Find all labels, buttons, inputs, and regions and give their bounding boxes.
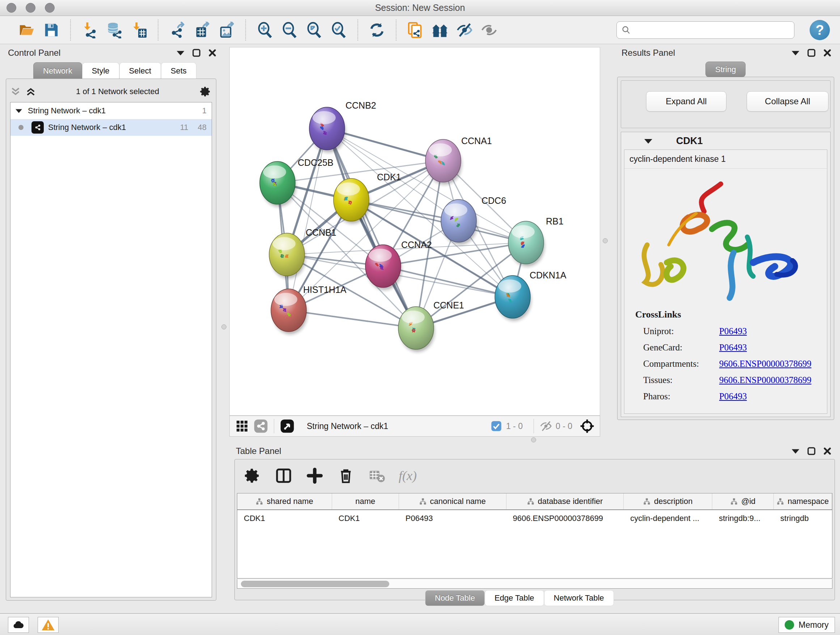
right-splitter-handle[interactable]	[603, 238, 608, 243]
column-header[interactable]: description	[624, 494, 712, 509]
network-row[interactable]: String Network – cdk1 11 48	[11, 119, 212, 136]
table-cell[interactable]: cyclin-dependent ...	[624, 510, 712, 527]
column-header[interactable]: namespace	[774, 494, 832, 509]
table-horizontal-scrollbar[interactable]	[237, 579, 832, 589]
crosslink-link[interactable]: P06493	[719, 342, 747, 353]
birdseye-icon[interactable]	[280, 419, 294, 433]
close-icon[interactable]	[823, 447, 831, 455]
tab-node-table[interactable]: Node Table	[425, 590, 485, 606]
zoom-selected-icon[interactable]	[328, 19, 349, 41]
column-header[interactable]: canonical name	[399, 494, 507, 509]
network-node[interactable]: CCNA2	[365, 240, 432, 290]
network-node[interactable]: RB1	[508, 216, 564, 266]
table-cell[interactable]: CDK1	[332, 510, 399, 527]
tab-select[interactable]: Select	[119, 62, 161, 79]
tab-network[interactable]: Network	[33, 62, 82, 79]
warning-icon[interactable]	[38, 617, 58, 633]
search-input[interactable]	[631, 25, 783, 35]
zoom-fit-icon[interactable]	[303, 19, 325, 41]
add-column-icon[interactable]	[305, 466, 324, 485]
table-cell[interactable]: stringdb	[774, 510, 832, 527]
hidden-eye-icon[interactable]	[540, 420, 552, 432]
open-folder-icon[interactable]	[16, 19, 37, 41]
close-icon[interactable]	[823, 49, 831, 57]
zoom-in-icon[interactable]	[254, 19, 275, 41]
grid-icon[interactable]	[235, 420, 248, 432]
network-node[interactable]: HIST1H1A	[271, 285, 347, 334]
network-canvas[interactable]: CCNB2CCNA1CDC25BCDK1CDC6RB1CCNB1CCNA2CDK…	[229, 47, 600, 416]
dropdown-icon[interactable]	[177, 50, 185, 55]
home-icon[interactable]	[429, 19, 450, 41]
column-header[interactable]: name	[332, 494, 399, 509]
tab-string[interactable]: String	[706, 62, 745, 77]
table-cell[interactable]: CDK1	[237, 510, 332, 527]
export-image-icon[interactable]	[216, 19, 237, 41]
close-icon[interactable]	[208, 49, 216, 57]
show-all-icon[interactable]	[478, 19, 500, 41]
network-node[interactable]: CCNA1	[425, 136, 492, 185]
horizontal-splitter-handle[interactable]	[531, 437, 536, 442]
network-node[interactable]: CDKN1A	[495, 270, 567, 321]
network-edge[interactable]	[351, 200, 526, 242]
column-header[interactable]: shared name	[237, 494, 332, 509]
collapse-all-button[interactable]: Collapse All	[747, 91, 829, 111]
network-edge[interactable]	[327, 128, 416, 328]
dropdown-icon[interactable]	[791, 448, 799, 454]
import-network-icon[interactable]	[79, 19, 100, 41]
column-header[interactable]: database identifier	[507, 494, 624, 509]
save-icon[interactable]	[41, 19, 62, 41]
crosslink-link[interactable]: 9606.ENSP00000378699	[719, 359, 812, 369]
help-icon[interactable]: ?	[810, 20, 830, 40]
close-window-button[interactable]	[6, 3, 16, 13]
dropdown-icon[interactable]	[791, 50, 799, 55]
scrollbar-thumb[interactable]	[241, 581, 389, 587]
import-table-icon[interactable]	[128, 19, 149, 41]
crosshair-icon[interactable]	[579, 418, 595, 434]
tab-network-table[interactable]: Network Table	[544, 590, 614, 606]
network-node[interactable]: CCNE1	[398, 300, 464, 352]
network-graph[interactable]: CCNB2CCNA1CDC25BCDK1CDC6RB1CCNB1CCNA2CDK…	[230, 48, 600, 415]
network-collection-row[interactable]: String Network – cdk1 1	[11, 103, 212, 119]
network-node[interactable]: CDC25B	[260, 157, 333, 207]
network-edge[interactable]	[289, 310, 416, 328]
expand-all-icon[interactable]	[26, 87, 35, 96]
tab-sets[interactable]: Sets	[161, 62, 196, 79]
selected-checkbox[interactable]	[491, 421, 502, 432]
memory-indicator[interactable]: Memory	[778, 617, 835, 633]
export-table-icon[interactable]	[191, 19, 212, 41]
crosslink-link[interactable]: P06493	[719, 391, 747, 402]
minimize-window-button[interactable]	[26, 3, 35, 13]
function-icon[interactable]: f(x)	[399, 468, 417, 483]
column-header[interactable]: @id	[712, 494, 774, 509]
hide-selected-icon[interactable]	[454, 19, 475, 41]
section-collapse-icon[interactable]	[644, 138, 652, 144]
table-cell[interactable]: stringdb:9...	[712, 510, 774, 527]
crosslink-link[interactable]: 9606.ENSP00000378699	[719, 375, 812, 385]
network-node[interactable]: CDC6	[441, 195, 506, 245]
table-row[interactable]: CDK1CDK1P064939606.ENSP00000378699cyclin…	[237, 510, 832, 527]
refresh-icon[interactable]	[366, 19, 387, 41]
expand-all-button[interactable]: Expand All	[646, 91, 726, 111]
table-cell[interactable]: 9606.ENSP00000378699	[507, 510, 624, 527]
network-node[interactable]: CCNB2	[309, 100, 376, 152]
float-icon[interactable]	[193, 49, 201, 57]
delete-icon[interactable]	[336, 466, 355, 485]
delete-table-icon[interactable]	[368, 466, 386, 485]
collapse-all-icon[interactable]	[11, 87, 20, 96]
table-cell[interactable]: P06493	[399, 510, 507, 527]
zoom-out-icon[interactable]	[279, 19, 300, 41]
tab-style[interactable]: Style	[82, 62, 119, 79]
export-network-icon[interactable]	[167, 19, 188, 41]
maximize-window-button[interactable]	[45, 3, 55, 13]
columns-icon[interactable]	[274, 466, 293, 485]
share-badge-icon[interactable]	[254, 419, 268, 433]
float-icon[interactable]	[807, 49, 815, 57]
network-edge[interactable]	[383, 266, 513, 297]
clone-network-icon[interactable]	[405, 19, 426, 41]
left-splitter-handle[interactable]	[221, 325, 226, 329]
tree-expander-icon[interactable]	[16, 109, 22, 113]
gear-icon[interactable]	[200, 86, 211, 97]
gear-icon[interactable]	[243, 466, 262, 485]
tab-edge-table[interactable]: Edge Table	[485, 590, 544, 606]
crosslink-link[interactable]: P06493	[719, 326, 747, 336]
